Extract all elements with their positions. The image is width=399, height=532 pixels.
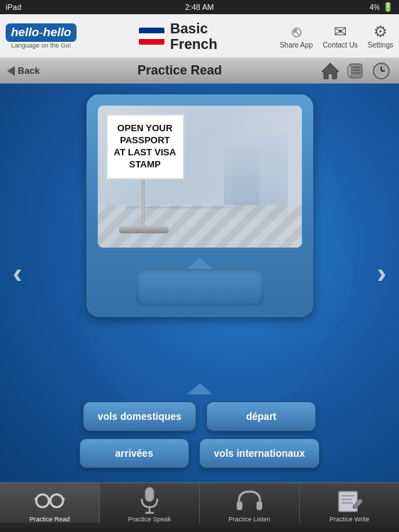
glasses-icon-area <box>34 487 65 514</box>
home-nav-icon[interactable] <box>320 61 341 81</box>
mail-icon: ✉ <box>334 23 347 41</box>
headphone-icon-area <box>234 487 265 514</box>
tab-write-label: Practice Write <box>330 516 369 523</box>
device-name: iPad <box>6 3 21 11</box>
svg-marker-0 <box>322 63 339 79</box>
headphones-icon <box>236 489 263 513</box>
tab-practice-listen[interactable]: Practice Listen <box>200 483 300 523</box>
share-icon: ⎋ <box>292 23 301 41</box>
battery-area: 4% 🔋 <box>370 2 393 12</box>
battery-icon: 🔋 <box>383 2 393 12</box>
glasses-icon <box>35 491 64 511</box>
flashcard-container: OPEN YOUR PASSPORT AT LAST VISA STAMP <box>86 94 313 317</box>
scroll-nav-icon[interactable] <box>345 61 366 81</box>
back-arrow-icon <box>7 66 15 76</box>
svg-rect-2 <box>348 65 352 77</box>
language-name: Basic French <box>170 21 218 52</box>
back-button[interactable]: Back <box>7 65 40 76</box>
lang-line1: Basic <box>170 21 218 36</box>
battery-level: 4% <box>370 4 380 11</box>
answer-btn-2[interactable]: départ <box>206 401 316 431</box>
page-title: Practice Read <box>40 63 320 78</box>
sign-text: OPEN YOUR PASSPORT AT LAST VISA STAMP <box>106 114 184 179</box>
flag-red-stripe <box>139 39 164 45</box>
gear-icon: ⚙ <box>373 23 388 41</box>
nav-icons <box>320 61 392 81</box>
flag-white-stripe <box>139 33 164 39</box>
contact-label: Contact Us <box>322 41 357 49</box>
answer-options: vols domestiques départ arrivées vols in… <box>0 383 399 468</box>
tab-practice-speak[interactable]: Practice Speak <box>100 483 200 523</box>
microphone-icon-area <box>134 487 165 514</box>
airport-scene: OPEN YOUR PASSPORT AT LAST VISA STAMP <box>98 106 302 248</box>
header-actions: ⎋ Share App ✉ Contact Us ⚙ Settings <box>280 23 393 49</box>
share-label: Share App <box>280 41 313 49</box>
contact-button[interactable]: ✉ Contact Us <box>322 23 357 49</box>
lang-line2: French <box>170 36 218 52</box>
svg-rect-17 <box>237 501 242 510</box>
back-label: Back <box>18 65 40 76</box>
sign-base <box>119 226 169 233</box>
answer-pointer <box>187 257 213 269</box>
tab-speak-label: Practice Speak <box>128 516 172 523</box>
svg-rect-14 <box>145 487 154 501</box>
answer-display-box <box>136 269 264 306</box>
svg-point-9 <box>36 494 49 507</box>
svg-rect-18 <box>257 501 262 510</box>
logo-badge: hello - hello <box>6 23 76 42</box>
flag-blue-stripe <box>139 28 164 33</box>
settings-label: Settings <box>368 41 393 49</box>
answer-btn-4[interactable]: vols internationaux <box>199 438 320 468</box>
microphone-icon <box>139 486 160 516</box>
tab-listen-label: Practice Listen <box>228 516 270 523</box>
settings-button[interactable]: ⚙ Settings <box>368 23 393 49</box>
pencil-paper-icon <box>336 489 363 513</box>
time-display: 2:48 AM <box>185 3 213 11</box>
tab-bar: Practice Read Practice Speak Practice Li… <box>0 482 399 532</box>
logo-text-2: hello <box>43 26 72 40</box>
airport-pillar2 <box>224 148 259 212</box>
logo-tagline: Language on the Go! <box>11 42 72 49</box>
house-icon <box>320 62 340 80</box>
device-label: iPad <box>6 3 21 11</box>
write-icon-area <box>334 487 365 514</box>
tab-read-label: Practice Read <box>30 516 70 523</box>
main-content: ‹ OPEN YOUR PASSPORT AT LAST VISA STAMP … <box>0 84 399 482</box>
answer-row-2: arrivées vols internationaux <box>79 438 320 468</box>
app-header: hello - hello Language on the Go! Basic … <box>0 14 399 58</box>
answer-btn-3[interactable]: arrivées <box>79 438 189 468</box>
answer-row-1: vols domestiques départ <box>83 401 316 431</box>
svg-point-10 <box>50 494 63 507</box>
navigation-bar: Back Practice Read <box>0 58 399 84</box>
options-pointer <box>187 383 213 394</box>
logo-area: hello - hello Language on the Go! <box>6 23 77 49</box>
prev-arrow[interactable]: ‹ <box>13 257 22 289</box>
tab-practice-write[interactable]: Practice Write <box>300 483 399 523</box>
next-arrow[interactable]: › <box>377 257 386 289</box>
card-image: OPEN YOUR PASSPORT AT LAST VISA STAMP <box>98 106 302 248</box>
scroll-icon <box>347 62 365 80</box>
clock-nav-icon[interactable] <box>371 61 392 81</box>
logo-text-1: hello <box>11 26 39 40</box>
clock-icon <box>372 62 390 80</box>
french-flag <box>139 28 164 45</box>
status-bar: iPad 2:48 AM 4% 🔋 <box>0 0 399 14</box>
share-button[interactable]: ⎋ Share App <box>280 23 313 49</box>
language-area: Basic French <box>77 21 280 52</box>
tab-practice-read[interactable]: Practice Read <box>0 483 100 523</box>
answer-btn-1[interactable]: vols domestiques <box>83 401 196 431</box>
